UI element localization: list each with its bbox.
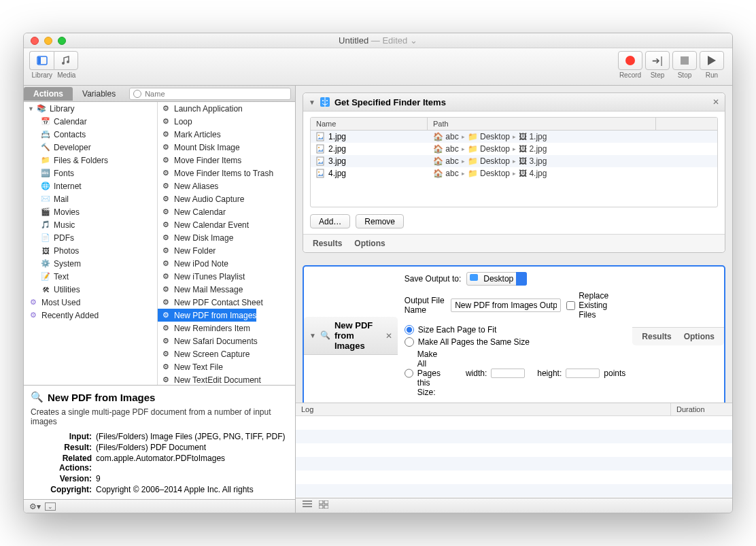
action-list-item[interactable]: ⚙︎New Calendar	[158, 205, 295, 218]
action-list-item[interactable]: ⚙︎New Mail Message	[158, 283, 295, 296]
sidebar-icon	[37, 55, 48, 66]
desc-val: 9	[96, 474, 288, 483]
action-list-item[interactable]: ⚙︎New Text File	[158, 360, 295, 373]
run-button[interactable]	[700, 51, 724, 70]
smart-folder-item[interactable]: ⚙︎Recently Added	[24, 309, 157, 322]
library-item[interactable]: 📝Text	[24, 270, 157, 283]
table-row[interactable]: 1.jpg🏠 abc▸📁 Desktop▸🖼 1.jpg	[311, 131, 717, 143]
action-list-item[interactable]: ⚙︎New Audio Capture	[158, 192, 295, 205]
smart-folder-icon: ⚙︎	[28, 310, 39, 321]
output-filename-input[interactable]	[451, 298, 561, 312]
library-item[interactable]: ✉️Mail	[24, 192, 157, 205]
jpeg-icon	[316, 169, 326, 178]
results-tab[interactable]: Results	[313, 239, 342, 248]
step-button[interactable]	[645, 51, 670, 70]
custom-size-radio[interactable]	[405, 369, 413, 378]
action-get-finder-items[interactable]: ▼ Get Specified Finder Items ✕ Name Path	[303, 92, 725, 253]
svg-point-14	[318, 171, 320, 173]
action-list-item[interactable]: ⚙︎New TextEdit Document	[158, 373, 295, 385]
tab-variables[interactable]: Variables	[73, 87, 125, 101]
action-list-item[interactable]: ⚙︎Launch Application	[158, 102, 295, 115]
remove-button[interactable]: Remove	[356, 214, 404, 228]
window-title[interactable]: Untitled — Edited ⌄	[24, 35, 732, 46]
library-item[interactable]: 📇Contacts	[24, 128, 157, 141]
options-tab[interactable]: Options	[354, 239, 385, 248]
action-list-item[interactable]: ⚙︎New PDF Contact Sheet	[158, 296, 295, 309]
close-icon[interactable]: ✕	[712, 97, 719, 107]
library-button[interactable]	[29, 51, 54, 70]
action-list-item[interactable]: ⚙︎New iPod Note	[158, 257, 295, 270]
desc-title: 🔍New PDF from Images	[31, 391, 288, 403]
action-icon: ⚙︎	[160, 297, 171, 308]
media-button[interactable]	[54, 51, 78, 70]
titlebar[interactable]: Untitled — Edited ⌄	[24, 33, 732, 48]
library-item[interactable]: ⚙️System	[24, 257, 157, 270]
action-new-pdf-from-images[interactable]: ▼ 🔍 New PDF from Images ✕ Save Output to…	[303, 265, 725, 403]
smart-folder-item[interactable]: ⚙︎Most Used	[24, 296, 157, 309]
workflow-area[interactable]: ▼ Get Specified Finder Items ✕ Name Path	[296, 86, 732, 403]
action-list-item[interactable]: ⚙︎New iTunes Playlist	[158, 270, 295, 283]
log-col[interactable]: Log	[296, 403, 671, 415]
grid-view-icon[interactable]	[319, 500, 328, 511]
action-icon: ⚙︎	[160, 168, 171, 179]
height-input[interactable]	[566, 369, 600, 378]
action-list-item[interactable]: ⚙︎Loop	[158, 115, 295, 128]
library-item[interactable]: 📄PDFs	[24, 231, 157, 244]
action-list-item[interactable]: ⚙︎Mark Articles	[158, 128, 295, 141]
library-item[interactable]: 🖼Photos	[24, 244, 157, 257]
action-list-item[interactable]: ⚙︎New Reminders Item	[158, 322, 295, 335]
tab-actions[interactable]: Actions	[24, 87, 73, 101]
library-item[interactable]: 📁Files & Folders	[24, 154, 157, 167]
finder-items-table[interactable]: Name Path 1.jpg🏠 abc▸📁 Desktop▸🖼 1.jpg2.…	[310, 117, 718, 207]
close-icon[interactable]: ✕	[385, 331, 392, 341]
record-button[interactable]	[618, 51, 642, 70]
col-path[interactable]: Path	[428, 118, 656, 130]
add-button[interactable]: Add…	[310, 214, 350, 228]
col-name[interactable]: Name	[311, 118, 428, 130]
replace-existing-checkbox[interactable]	[566, 301, 575, 310]
results-tab[interactable]: Results	[642, 332, 671, 341]
search-input[interactable]	[129, 88, 291, 100]
same-size-radio[interactable]	[405, 337, 414, 347]
svg-point-6	[326, 100, 328, 101]
library-root[interactable]: ▼📚Library	[24, 102, 157, 115]
log-panel[interactable]: Log Duration	[296, 403, 732, 498]
action-list-item[interactable]: ⚙︎Move Finder Items	[158, 154, 295, 167]
save-to-select[interactable]: Desktop	[466, 272, 527, 286]
action-list-item[interactable]: ⚙︎New Screen Capture	[158, 347, 295, 360]
preview-icon: 🔍	[31, 391, 44, 403]
action-list-item[interactable]: ⚙︎New Calendar Event	[158, 218, 295, 231]
disclosure-icon[interactable]: ▼	[309, 332, 316, 339]
library-sidebar[interactable]: ▼📚Library 📅Calendar📇Contacts🔨Developer📁F…	[24, 102, 158, 385]
table-row[interactable]: 3.jpg🏠 abc▸📁 Desktop▸🖼 3.jpg	[311, 155, 717, 167]
library-item[interactable]: 🎬Movies	[24, 205, 157, 218]
stop-button[interactable]	[672, 51, 697, 70]
action-list-item[interactable]: ⚙︎New Aliases	[158, 180, 295, 192]
size-fit-radio[interactable]	[405, 325, 414, 335]
action-list-item[interactable]: ⚙︎Mount Disk Image	[158, 141, 295, 154]
table-row[interactable]: 2.jpg🏠 abc▸📁 Desktop▸🖼 2.jpg	[311, 143, 717, 155]
custom-size-label: Make All Pages this Size:	[417, 349, 441, 397]
library-item[interactable]: 🛠Utilities	[24, 283, 157, 296]
points-label: points	[604, 369, 625, 378]
collapse-icon[interactable]: ⌄	[45, 502, 56, 511]
library-item[interactable]: 🎵Music	[24, 218, 157, 231]
action-list-item[interactable]: ⚙︎New PDF from Images	[158, 309, 256, 322]
library-item[interactable]: 🌐Internet	[24, 180, 157, 192]
actions-list[interactable]: ⚙︎Launch Application⚙︎Loop⚙︎Mark Article…	[158, 102, 295, 385]
action-icon: ⚙︎	[160, 103, 171, 114]
duration-col[interactable]: Duration	[671, 403, 732, 415]
list-view-icon[interactable]	[303, 500, 312, 511]
library-item[interactable]: 📅Calendar	[24, 115, 157, 128]
disclosure-icon[interactable]: ▼	[309, 99, 315, 106]
action-list-item[interactable]: ⚙︎New Safari Documents	[158, 335, 295, 347]
gear-icon[interactable]: ⚙︎▾	[29, 502, 41, 511]
width-input[interactable]	[491, 369, 525, 378]
library-item[interactable]: 🔨Developer	[24, 141, 157, 154]
table-row[interactable]: 4.jpg🏠 abc▸📁 Desktop▸🖼 4.jpg	[311, 167, 717, 180]
action-list-item[interactable]: ⚙︎Move Finder Items to Trash	[158, 167, 295, 180]
action-list-item[interactable]: ⚙︎New Disk Image	[158, 231, 295, 244]
options-tab[interactable]: Options	[684, 332, 715, 341]
library-item[interactable]: 🔤Fonts	[24, 167, 157, 180]
action-list-item[interactable]: ⚙︎New Folder	[158, 244, 295, 257]
